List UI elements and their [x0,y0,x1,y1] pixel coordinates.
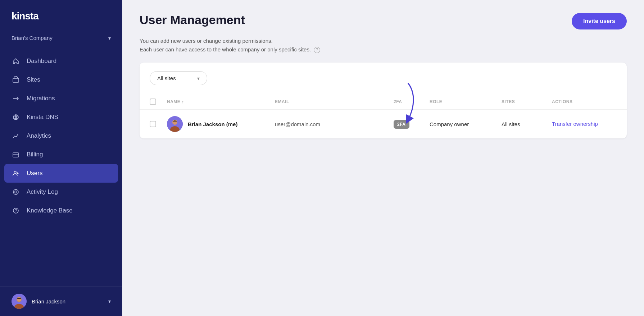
name-header: NAME ↑ [167,99,275,105]
migrations-icon [12,94,20,103]
dashboard-icon [12,57,20,65]
sidebar-item-billing[interactable]: Billing [0,145,122,164]
actions-cell: Transfer ownership [552,121,617,127]
help-icon[interactable]: ? [314,47,320,53]
main-content: User Management Invite users You can add… [122,0,644,316]
twofa-cell: 2FA [394,121,430,127]
twofa-header: 2FA [394,99,430,105]
billing-icon [12,150,20,159]
sidebar-item-activity-log[interactable]: Activity Log [0,183,122,201]
users-table-container: All sites ▾ NAME ↑ EMAIL 2FA ROLE SITES … [140,63,627,138]
checkbox-header [150,99,167,105]
dashboard-label: Dashboard [27,58,56,65]
svg-rect-1 [13,78,19,82]
users-label: Users [27,170,42,177]
user-avatar [12,294,27,309]
svg-point-4 [14,171,16,173]
activity-log-label: Activity Log [27,188,58,196]
kinsta-logo: kinsta [12,10,111,24]
svg-point-5 [13,189,18,194]
knowledge-base-label: Knowledge Base [27,207,73,214]
knowledge-base-icon: ? [12,206,20,215]
page-header: User Management Invite users [122,0,644,37]
table-row: Brian Jackson (me) user@domain.com 2FA [140,110,627,138]
email-cell: user@domain.com [275,121,394,127]
sites-label: Sites [27,76,40,83]
user-row-name: Brian Jackson (me) [188,121,237,127]
sites-icon [12,75,20,84]
activity-log-icon [12,188,20,196]
sidebar: kinsta Brian's Company ▾ Dashboard Sites [0,0,122,316]
user-profile[interactable]: Brian Jackson ▾ [0,286,122,316]
user-info-cell: Brian Jackson (me) [167,116,275,132]
analytics-icon [12,132,20,140]
row-checkbox-cell [150,121,167,127]
name-sort-icon[interactable]: ↑ [182,100,184,104]
sidebar-item-kinsta-dns[interactable]: Kinsta DNS [0,108,122,127]
transfer-ownership-link[interactable]: Transfer ownership [552,121,598,127]
sidebar-item-sites[interactable]: Sites [0,70,122,89]
description-line2: Each user can have access to the whole c… [140,45,627,54]
filter-bar: All sites ▾ [140,63,627,94]
role-header: ROLE [430,99,502,105]
sites-header: SITES [502,99,552,105]
migrations-label: Migrations [27,95,55,102]
select-all-checkbox[interactable] [150,99,156,105]
analytics-label: Analytics [27,132,51,139]
user-chevron: ▾ [108,298,111,304]
kinsta-dns-label: Kinsta DNS [27,114,58,121]
logo-area: kinsta [0,0,122,31]
page-description: You can add new users or change existing… [122,37,644,63]
sidebar-nav: Dashboard Sites Migrations [0,48,122,286]
sites-dropdown-chevron: ▾ [197,75,200,81]
row-checkbox[interactable] [150,121,156,127]
svg-point-2 [13,115,18,120]
kinsta-dns-icon [12,113,20,122]
email-header: EMAIL [275,99,394,105]
description-line1: You can add new users or change existing… [140,37,627,45]
users-icon [12,169,20,178]
svg-rect-3 [13,153,19,157]
company-chevron: ▾ [108,35,111,41]
sidebar-item-users[interactable]: Users [4,164,118,183]
sidebar-item-migrations[interactable]: Migrations [0,89,122,108]
sites-cell: All sites [502,121,552,127]
table-header: NAME ↑ EMAIL 2FA ROLE SITES ACTIONS [140,94,627,110]
svg-text:?: ? [15,209,17,214]
twofa-badge: 2FA [394,120,409,129]
sidebar-item-dashboard[interactable]: Dashboard [0,52,122,70]
actions-header: ACTIONS [552,99,617,105]
sites-filter-dropdown[interactable]: All sites ▾ [150,71,207,85]
invite-users-button[interactable]: Invite users [572,13,627,29]
sidebar-item-analytics[interactable]: Analytics [0,127,122,145]
sites-filter-label: All sites [157,75,176,81]
company-selector[interactable]: Brian's Company ▾ [0,31,122,48]
user-name: Brian Jackson [32,298,103,304]
company-name: Brian's Company [12,35,53,41]
svg-text:kinsta: kinsta [12,10,39,22]
user-row-avatar [167,116,183,132]
billing-label: Billing [27,151,43,158]
sidebar-item-knowledge-base[interactable]: ? Knowledge Base [0,201,122,220]
page-title: User Management [140,13,245,27]
svg-point-6 [15,191,17,193]
role-cell: Company owner [430,121,502,127]
